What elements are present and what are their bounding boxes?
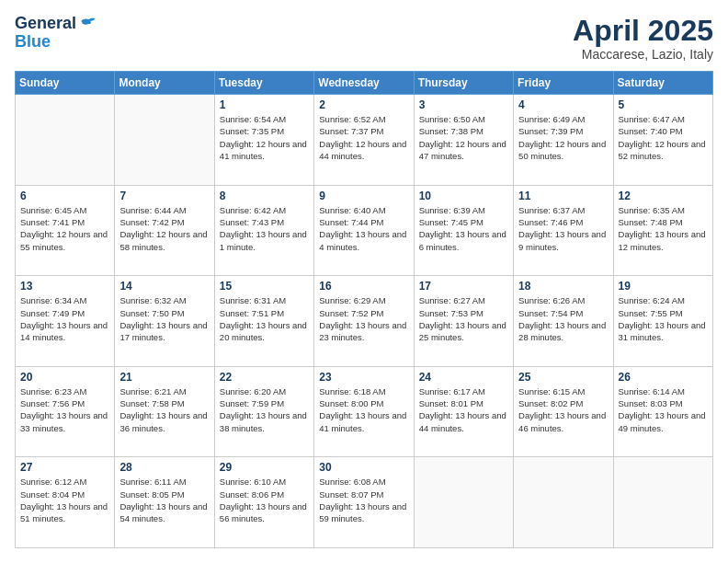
calendar-cell: 17Sunrise: 6:27 AM Sunset: 7:53 PM Dayli…: [414, 276, 513, 367]
day-header-thursday: Thursday: [414, 72, 513, 95]
day-number: 6: [20, 190, 109, 202]
day-info: Sunrise: 6:29 AM Sunset: 7:52 PM Dayligh…: [319, 294, 408, 343]
day-info: Sunrise: 6:26 AM Sunset: 7:54 PM Dayligh…: [518, 294, 608, 343]
calendar-cell: 18Sunrise: 6:26 AM Sunset: 7:54 PM Dayli…: [514, 276, 613, 367]
calendar-cell: 11Sunrise: 6:37 AM Sunset: 7:46 PM Dayli…: [514, 185, 613, 276]
day-number: 2: [319, 98, 408, 111]
calendar-cell: 8Sunrise: 6:42 AM Sunset: 7:43 PM Daylig…: [214, 185, 313, 276]
calendar-cell: 30Sunrise: 6:08 AM Sunset: 8:07 PM Dayli…: [314, 457, 414, 548]
day-info: Sunrise: 6:42 AM Sunset: 7:43 PM Dayligh…: [220, 204, 309, 253]
calendar-cell: 10Sunrise: 6:39 AM Sunset: 7:45 PM Dayli…: [414, 185, 513, 276]
day-number: 24: [419, 371, 508, 384]
calendar-cell: 4Sunrise: 6:49 AM Sunset: 7:39 PM Daylig…: [514, 95, 613, 186]
day-info: Sunrise: 6:20 AM Sunset: 7:59 PM Dayligh…: [220, 385, 309, 434]
day-info: Sunrise: 6:50 AM Sunset: 7:38 PM Dayligh…: [419, 113, 508, 162]
calendar-week-row: 1Sunrise: 6:54 AM Sunset: 7:35 PM Daylig…: [16, 95, 713, 186]
day-number: 12: [619, 190, 708, 202]
day-header-friday: Friday: [514, 72, 613, 95]
calendar-cell: 24Sunrise: 6:17 AM Sunset: 8:01 PM Dayli…: [414, 366, 513, 457]
day-info: Sunrise: 6:35 AM Sunset: 7:48 PM Dayligh…: [619, 204, 708, 253]
day-number: 25: [518, 371, 608, 384]
day-info: Sunrise: 6:17 AM Sunset: 8:01 PM Dayligh…: [419, 385, 508, 434]
day-number: 11: [518, 190, 608, 202]
calendar-cell: 15Sunrise: 6:31 AM Sunset: 7:51 PM Dayli…: [214, 276, 313, 367]
logo-text-general: General: [15, 15, 76, 33]
calendar-week-row: 20Sunrise: 6:23 AM Sunset: 7:56 PM Dayli…: [16, 366, 713, 457]
day-number: 23: [319, 371, 408, 384]
day-header-monday: Monday: [115, 72, 214, 95]
day-info: Sunrise: 6:14 AM Sunset: 8:03 PM Dayligh…: [619, 385, 708, 434]
day-header-wednesday: Wednesday: [314, 72, 414, 95]
calendar-cell: 16Sunrise: 6:29 AM Sunset: 7:52 PM Dayli…: [314, 276, 414, 367]
calendar-cell: 13Sunrise: 6:34 AM Sunset: 7:49 PM Dayli…: [16, 276, 115, 367]
calendar-cell: 25Sunrise: 6:15 AM Sunset: 8:02 PM Dayli…: [514, 366, 613, 457]
calendar-cell: 26Sunrise: 6:14 AM Sunset: 8:03 PM Dayli…: [613, 366, 712, 457]
day-info: Sunrise: 6:27 AM Sunset: 7:53 PM Dayligh…: [419, 294, 508, 343]
calendar-cell: 21Sunrise: 6:21 AM Sunset: 7:58 PM Dayli…: [115, 366, 214, 457]
calendar-cell: [414, 457, 513, 548]
day-number: 27: [20, 461, 109, 474]
day-info: Sunrise: 6:15 AM Sunset: 8:02 PM Dayligh…: [518, 385, 608, 434]
title-block: April 2025 Maccarese, Lazio, Italy: [573, 15, 713, 62]
day-number: 21: [119, 371, 209, 384]
day-number: 28: [119, 461, 209, 474]
day-number: 5: [619, 98, 708, 111]
day-info: Sunrise: 6:23 AM Sunset: 7:56 PM Dayligh…: [20, 385, 109, 434]
day-info: Sunrise: 6:40 AM Sunset: 7:44 PM Dayligh…: [319, 204, 408, 253]
day-header-saturday: Saturday: [613, 72, 712, 95]
day-number: 4: [518, 98, 608, 111]
day-info: Sunrise: 6:08 AM Sunset: 8:07 PM Dayligh…: [319, 476, 408, 524]
calendar-cell: 5Sunrise: 6:47 AM Sunset: 7:40 PM Daylig…: [613, 95, 712, 186]
calendar-cell: 29Sunrise: 6:10 AM Sunset: 8:06 PM Dayli…: [214, 457, 313, 548]
day-number: 16: [319, 280, 408, 293]
logo: General Blue: [15, 15, 97, 52]
day-number: 26: [619, 371, 708, 384]
calendar-cell: [16, 95, 115, 186]
day-header-sunday: Sunday: [16, 72, 115, 95]
logo-bird-icon: [78, 15, 97, 33]
calendar-cell: 9Sunrise: 6:40 AM Sunset: 7:44 PM Daylig…: [314, 185, 414, 276]
day-info: Sunrise: 6:37 AM Sunset: 7:46 PM Dayligh…: [518, 204, 608, 253]
day-number: 29: [220, 461, 309, 474]
calendar-cell: 2Sunrise: 6:52 AM Sunset: 7:37 PM Daylig…: [314, 95, 414, 186]
day-info: Sunrise: 6:18 AM Sunset: 8:00 PM Dayligh…: [319, 385, 408, 434]
calendar-week-row: 6Sunrise: 6:45 AM Sunset: 7:41 PM Daylig…: [16, 185, 713, 276]
calendar-cell: 27Sunrise: 6:12 AM Sunset: 8:04 PM Dayli…: [16, 457, 115, 548]
day-number: 10: [419, 190, 508, 202]
day-info: Sunrise: 6:52 AM Sunset: 7:37 PM Dayligh…: [319, 113, 408, 162]
calendar-week-row: 13Sunrise: 6:34 AM Sunset: 7:49 PM Dayli…: [16, 276, 713, 367]
day-info: Sunrise: 6:31 AM Sunset: 7:51 PM Dayligh…: [220, 294, 309, 343]
calendar-cell: 22Sunrise: 6:20 AM Sunset: 7:59 PM Dayli…: [214, 366, 313, 457]
calendar-cell: 23Sunrise: 6:18 AM Sunset: 8:00 PM Dayli…: [314, 366, 414, 457]
day-info: Sunrise: 6:39 AM Sunset: 7:45 PM Dayligh…: [419, 204, 508, 253]
day-number: 20: [20, 371, 109, 384]
header: General Blue April 2025 Maccarese, Lazio…: [15, 15, 713, 62]
day-info: Sunrise: 6:47 AM Sunset: 7:40 PM Dayligh…: [619, 113, 708, 162]
calendar-cell: 20Sunrise: 6:23 AM Sunset: 7:56 PM Dayli…: [16, 366, 115, 457]
day-info: Sunrise: 6:10 AM Sunset: 8:06 PM Dayligh…: [220, 476, 309, 524]
calendar-cell: 7Sunrise: 6:44 AM Sunset: 7:42 PM Daylig…: [115, 185, 214, 276]
day-number: 13: [20, 280, 109, 293]
day-number: 7: [119, 190, 209, 202]
day-info: Sunrise: 6:12 AM Sunset: 8:04 PM Dayligh…: [20, 476, 109, 524]
calendar-cell: [613, 457, 712, 548]
day-number: 9: [319, 190, 408, 202]
calendar-cell: 12Sunrise: 6:35 AM Sunset: 7:48 PM Dayli…: [613, 185, 712, 276]
day-number: 15: [220, 280, 309, 293]
day-info: Sunrise: 6:49 AM Sunset: 7:39 PM Dayligh…: [518, 113, 608, 162]
calendar-cell: 1Sunrise: 6:54 AM Sunset: 7:35 PM Daylig…: [214, 95, 313, 186]
calendar-cell: 14Sunrise: 6:32 AM Sunset: 7:50 PM Dayli…: [115, 276, 214, 367]
day-header-tuesday: Tuesday: [214, 72, 313, 95]
calendar-table: SundayMondayTuesdayWednesdayThursdayFrid…: [15, 71, 713, 548]
day-number: 19: [619, 280, 708, 293]
day-info: Sunrise: 6:21 AM Sunset: 7:58 PM Dayligh…: [119, 385, 209, 434]
day-number: 8: [220, 190, 309, 202]
page: General Blue April 2025 Maccarese, Lazio…: [0, 0, 728, 563]
day-info: Sunrise: 6:32 AM Sunset: 7:50 PM Dayligh…: [119, 294, 209, 343]
logo-text-blue: Blue: [15, 32, 51, 51]
day-number: 3: [419, 98, 508, 111]
calendar-cell: 28Sunrise: 6:11 AM Sunset: 8:05 PM Dayli…: [115, 457, 214, 548]
day-info: Sunrise: 6:54 AM Sunset: 7:35 PM Dayligh…: [220, 113, 309, 162]
day-info: Sunrise: 6:24 AM Sunset: 7:55 PM Dayligh…: [619, 294, 708, 343]
calendar-cell: 19Sunrise: 6:24 AM Sunset: 7:55 PM Dayli…: [613, 276, 712, 367]
